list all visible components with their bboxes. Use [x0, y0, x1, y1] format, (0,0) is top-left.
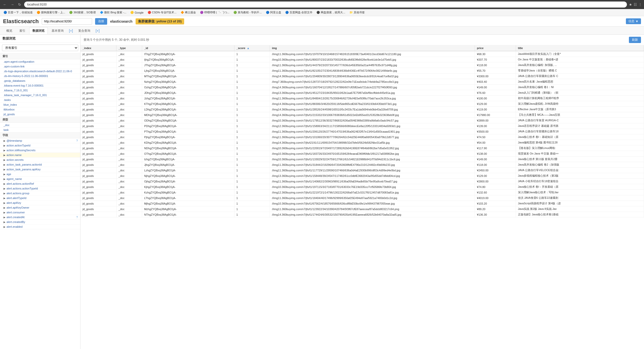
sidebar-item-doc[interactable]: _doc: [0, 123, 80, 128]
sidebar-item-alert-enabled[interactable]: ▶ alert.enabled: [0, 224, 80, 229]
table-row[interactable]: jd_goods _doc ODhgZYQBxq38AgBO1jA- 1 //i…: [80, 118, 644, 123]
table-row[interactable]: jd_goods _doc JzhgZYQBxq38AgBO1jA- 1 //i…: [80, 96, 644, 101]
sidebar-item-alert-createdby[interactable]: ▶ alert.createdBy: [0, 220, 80, 224]
table-row[interactable]: jd_goods _doc LjhgZYQBxq38AgBO1jA- 1 //i…: [80, 68, 644, 73]
sidebar-item-action-name[interactable]: ▶ action.name: [0, 153, 80, 158]
col-header-score[interactable]: _score ▲: [234, 45, 270, 51]
sidebar-item-alert-apikeyowner[interactable]: ▶ alert.apiKeyOwner: [0, 205, 80, 210]
table-row[interactable]: jd_goods _doc MzhgZYQBxq38AgBO1jA- 1 //i…: [80, 206, 644, 212]
tab-index[interactable]: 索引: [16, 27, 29, 34]
sidebar-item-blue-index[interactable]: blue_index: [0, 102, 80, 107]
tab-data-browse[interactable]: 数据浏览: [29, 27, 48, 34]
bookmark-bilibili[interactable]: 🟣 哔哩哔哩 (゜-゜)つ...: [198, 10, 231, 15]
basic-query-add[interactable]: [+]: [67, 28, 74, 33]
refresh-browser-button[interactable]: ↻: [17, 2, 22, 7]
table-row[interactable]: jd_goods _doc JjhgZYQBxq38AgBO1jA- 1 //i…: [80, 162, 644, 168]
sidebar-item-alert-actiontypeid[interactable]: ▶ alert.actions.actionTypeId: [0, 186, 80, 191]
sidebar-item-kibana-event[interactable]: .kibana-event-log-7.16.0-000001: [0, 83, 80, 88]
browser-url-bar[interactable]: localhost:9100: [24, 2, 627, 8]
app-url-input[interactable]: [42, 18, 92, 25]
sidebar-item-agent-name[interactable]: ▶ agent_name: [0, 177, 80, 181]
table-row[interactable]: jd_goods _doc NThgZYQBxq38AgBO1jA- 1 //i…: [80, 212, 644, 217]
table-row[interactable]: jd_goods _doc JThgZYQBxq38AgBO1jA- 1 //i…: [80, 62, 644, 68]
table-row[interactable]: jd_goods _doc KThgZYQBxq38AgBO1jA- 1 //i…: [80, 101, 644, 107]
sidebar-item-alert-createdat[interactable]: ▶ alert.createdAt ?: [0, 215, 80, 220]
bookmark-csdn[interactable]: 🔴 CSDN-专业IT技术...: [146, 10, 178, 15]
table-row[interactable]: jd_goods _doc NDhgZYQBxq38AgBO1jA- 1 //i…: [80, 145, 644, 151]
forward-button[interactable]: →: [10, 2, 15, 7]
sidebar-item-action-type-id[interactable]: ▶ action.actionTypeId: [0, 143, 80, 148]
col-header-index[interactable]: _index: [80, 45, 116, 51]
sidebar-item-action-task-actionid[interactable]: ▶ action_task_params.actionId: [0, 162, 80, 167]
sidebar-item-alert-apikey[interactable]: ▶ alert.apiKey: [0, 201, 80, 205]
sidebar-item-age[interactable]: ▶ age: [0, 172, 80, 177]
table-row[interactable]: jd_goods _doc LzhgZYQBxq38AgBO1jA- 1 //i…: [80, 168, 644, 173]
complex-query-add[interactable]: [+]: [94, 28, 101, 33]
sidebar-item-ds-ilm[interactable]: .ds-ilm-history-5-2022.11.06-000001: [0, 74, 80, 79]
table-row[interactable]: jd_goods _doc LDhgZYQBxq38AgBO1jA- 1 //i…: [80, 107, 644, 112]
table-row[interactable]: jd_goods _doc KDhgZYQBxq38AgBO1jA- 1 //i…: [80, 140, 644, 145]
menu-icon[interactable]: ⋮: [638, 3, 642, 7]
bookmark-star-icon[interactable]: ★: [629, 3, 632, 7]
sidebar-item-alert-typeid[interactable]: ▶ alert.alertTypeId: [0, 196, 80, 201]
table-row[interactable]: jd_goods _doc OThgZYQBxq38AgBO1jA- 1 //i…: [80, 151, 644, 157]
col-header-type[interactable]: _type: [116, 45, 142, 51]
tab-complex-query[interactable]: 复合查询: [75, 27, 94, 34]
refresh-button[interactable]: 刷新: [629, 37, 641, 43]
sidebar-item-timestamp[interactable]: ▶ @timestamp ?: [0, 138, 80, 143]
table-row[interactable]: jd_goods _doc MjhgZYQBxq38AgBO1jA- 1 //i…: [80, 201, 644, 206]
table-row[interactable]: jd_goods _doc PjhgZYQBxq38AgBO1jA- 1 //i…: [80, 134, 644, 140]
sidebar-item-kibana-7160[interactable]: .kibana_7.16.0_001: [0, 88, 80, 93]
table-row[interactable]: jd_goods _doc NjhgZYQBxq38AgBO1jA- 1 //i…: [80, 173, 644, 179]
col-header-title[interactable]: title: [516, 45, 644, 51]
table-row[interactable]: jd_goods _doc IThgZYQBxq38AgBO1jA- 1 //i…: [80, 51, 644, 57]
bookmark-sougou[interactable]: 🟠 搜狗搜索引擎 - 上...: [35, 10, 67, 15]
table-row[interactable]: jd_goods _doc KzhgZYQBxq38AgBO1jA- 1 //i…: [80, 190, 644, 195]
bookmark-bing[interactable]: 🔷 微软 Bing 搜索 -...: [98, 10, 128, 15]
bookmark-aliyun[interactable]: 🔵 阿里云盘: [264, 10, 283, 15]
col-header-price[interactable]: price: [475, 45, 516, 51]
sidebar-item-task[interactable]: task: [0, 128, 80, 132]
sidebar-item-apm-agent[interactable]: .apm-agent-configuration: [0, 59, 80, 64]
sidebar-item-action-secrets[interactable]: ▶ action.secrets: [0, 158, 80, 162]
bookmark-juejin[interactable]: 🔶 稀土掘金: [179, 10, 197, 15]
sidebar-item-alert-consumer[interactable]: ▶ alert.consumer: [0, 210, 80, 215]
table-row[interactable]: jd_goods _doc MThgZYQBxq38AgBO1jA- 1 //i…: [80, 73, 644, 79]
table-row[interactable]: jd_goods _doc MDhgZYQBxq38AgBO1jA- 1 //i…: [80, 112, 644, 118]
sidebar-item-action-task-apikey[interactable]: ▶ action_task_params.apiKey: [0, 167, 80, 172]
table-row[interactable]: jd_goods _doc LThgZYQBxq38AgBO1jA- 1 //i…: [80, 195, 644, 201]
tab-overview[interactable]: 概览: [3, 27, 16, 34]
bookmark-360[interactable]: 🟢 360搜索，SO靠谱: [68, 10, 97, 15]
extensions-icon[interactable]: ☷: [634, 3, 637, 7]
sidebar-item-apm-custom[interactable]: .apm-custom-link: [0, 64, 80, 69]
col-header-img[interactable]: img: [270, 45, 475, 51]
bookmark-baidu[interactable]: 🔵 百度一下，你就知道: [2, 10, 34, 15]
table-row[interactable]: jd_goods _doc JDhgZYQBxq38AgBO1jA- 1 //i…: [80, 90, 644, 96]
bookmark-google[interactable]: 🟡 Google: [129, 10, 145, 15]
connect-button[interactable]: 连接: [95, 18, 107, 25]
bookmark-wangpan[interactable]: ⚫ 网盘搜索，就用大...: [315, 10, 347, 15]
sidebar-item-ds-logs[interactable]: .ds-logs-deprecation.elasticsearch-defau…: [0, 69, 80, 74]
sidebar-item-geoip[interactable]: .geoip_databases: [0, 79, 80, 83]
bookmark-others[interactable]: 📁 其他书签: [348, 10, 366, 15]
table-row[interactable]: jd_goods _doc PThgZYQBxq38AgBO1jA- 1 //i…: [80, 129, 644, 134]
col-header-id[interactable]: _id: [142, 45, 234, 51]
sidebar-item-alert-group[interactable]: ▶ alert.actions.group: [0, 191, 80, 196]
table-row[interactable]: jd_goods _doc IzhgZYQBxq38AgBO1jA- 1 //i…: [80, 157, 644, 162]
sidebar-item-kibana-task[interactable]: .kibana_task_manager_7.16.0_001: [0, 93, 80, 98]
sidebar-item-jd-goods[interactable]: jd_goods: [0, 112, 80, 117]
back-button[interactable]: ←: [2, 2, 8, 7]
tab-basic-query[interactable]: 基本查询: [48, 27, 67, 34]
bookmark-baidu-pan[interactable]: 🔵 百度网盘-全部文件: [284, 10, 314, 15]
table-row[interactable]: jd_goods _doc IjhgZYQBxq38AgBO1jA- 1 //i…: [80, 57, 644, 62]
table-row[interactable]: jd_goods _doc KjhgZYQBxq38AgBO1jA- 1 //i…: [80, 184, 644, 190]
index-dropdown[interactable]: 所有索引: [2, 45, 78, 51]
bookmark-runoob[interactable]: 🟢 菜鸟教程 - 学的不...: [232, 10, 263, 15]
table-row[interactable]: jd_goods _doc OzhgZYQBxq38AgBO1jA- 1 //i…: [80, 85, 644, 90]
sidebar-item-tasks[interactable]: .tasks: [0, 98, 80, 102]
table-row[interactable]: jd_goods _doc PDhgZYQBxq38AgBO1jA- 1 //i…: [80, 123, 644, 129]
table-row[interactable]: jd_goods _doc OjhgZYQBxq38AgBO1jA- 1 //i…: [80, 179, 644, 184]
sidebar-item-alert-actionref[interactable]: ▶ alert.actions.actionRef: [0, 181, 80, 186]
sidebar-item-action-missing[interactable]: ▶ action.isMissingSecrets: [0, 148, 80, 153]
table-row[interactable]: jd_goods _doc NzhgZYQBxq38AgBO1jA- 1 //i…: [80, 79, 644, 85]
